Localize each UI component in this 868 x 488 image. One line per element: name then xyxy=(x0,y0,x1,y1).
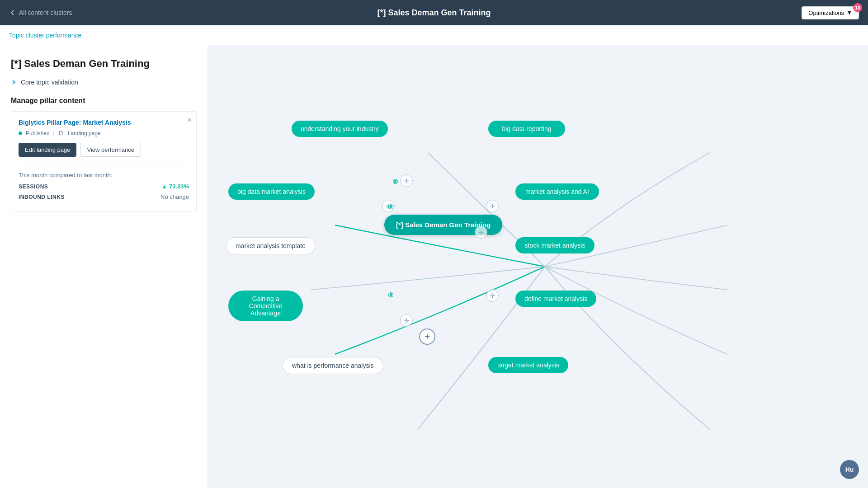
up-arrow-icon: ▲ xyxy=(161,183,167,190)
inbound-links-key: INBOUND LINKS xyxy=(19,194,65,200)
node-market-analysis-template[interactable]: market analysis template xyxy=(226,237,315,254)
add-node-button[interactable]: + xyxy=(419,328,435,345)
top-bar: All content clusters [*] Sales Deman Gen… xyxy=(0,0,868,25)
top-right-actions: Optimizations ▼ 10 xyxy=(802,6,859,19)
node-label-stock-market: stock market analysis xyxy=(525,242,585,249)
published-dot xyxy=(19,131,22,135)
core-topic-label: Core topic validation xyxy=(21,79,78,86)
link-indicator-1: ⑧ xyxy=(392,178,398,185)
move-handle-center[interactable]: ✛ xyxy=(475,226,487,239)
node-stock-market-analysis[interactable]: stock market analysis xyxy=(515,237,594,253)
move-handle-4[interactable]: ✛ xyxy=(486,289,499,302)
node-label-target-market: target market analysis xyxy=(497,361,559,369)
optimizations-badge: 10 xyxy=(853,3,862,12)
sessions-stat-row: SESSIONS ▲ 73.33% xyxy=(19,183,189,190)
inbound-links-stat-row: INBOUND LINKS No change xyxy=(19,193,189,200)
sub-nav: Topic cluster performance xyxy=(0,25,868,45)
node-understanding-your-industry[interactable]: understanding your industry xyxy=(292,121,388,137)
core-topic-validation[interactable]: Core topic validation xyxy=(11,79,197,86)
left-panel: [*] Sales Deman Gen Training Core topic … xyxy=(0,45,208,488)
node-label-big-data-reporting: big data reporting xyxy=(502,125,552,132)
move-handle-1[interactable]: ✛ xyxy=(400,174,413,187)
help-button[interactable]: Hu xyxy=(840,460,859,479)
pillar-meta: Published | 🗋 Landing page xyxy=(19,130,189,136)
node-label-market-ai: market analysis and AI xyxy=(525,188,589,195)
page-type-icon: 🗋 xyxy=(58,130,64,136)
node-label-market-template: market analysis template xyxy=(236,242,306,249)
comparison-label: This month compared to last month: xyxy=(19,172,189,178)
page-title: [*] Sales Deman Gen Training xyxy=(377,8,491,18)
move-handle-2[interactable]: ✛ xyxy=(486,200,499,212)
pillar-actions: Edit landing page View performance xyxy=(19,143,189,157)
optimizations-label: Optimizations xyxy=(808,9,844,16)
mind-map-panel: [*] Sales Deman Gen Training understandi… xyxy=(208,45,868,488)
move-handle-5[interactable]: ✛ xyxy=(400,314,413,327)
back-label: All content clusters xyxy=(19,9,72,16)
edit-landing-page-button[interactable]: Edit landing page xyxy=(19,143,76,157)
sessions-number: 73.33% xyxy=(169,183,189,190)
close-pillar-button[interactable]: × xyxy=(188,116,192,124)
manage-pillar-heading: Manage pillar content xyxy=(11,97,197,105)
node-big-data-reporting[interactable]: big data reporting xyxy=(488,121,565,137)
sessions-key: SESSIONS xyxy=(19,183,48,190)
divider xyxy=(19,165,189,165)
inbound-links-value: No change xyxy=(160,193,189,200)
node-gaining-competitive-advantage[interactable]: Gaining a Competitive Advantage xyxy=(228,291,303,321)
pillar-title-link[interactable]: Biglytics Pillar Page: Market Analysis xyxy=(19,119,189,126)
main-layout: [*] Sales Deman Gen Training Core topic … xyxy=(0,45,868,488)
back-link[interactable]: All content clusters xyxy=(9,9,72,16)
chevron-right-icon xyxy=(11,79,17,85)
mind-map-lines xyxy=(208,45,868,488)
node-market-analysis-ai[interactable]: market analysis and AI xyxy=(515,183,599,200)
pillar-page-type: Landing page xyxy=(68,130,101,136)
node-label-understanding: understanding your industry xyxy=(301,125,379,132)
sessions-value: ▲ 73.33% xyxy=(161,183,189,190)
view-performance-button[interactable]: View performance xyxy=(80,143,141,157)
optimizations-button[interactable]: Optimizations ▼ 10 xyxy=(802,6,859,19)
node-what-is-performance-analysis[interactable]: what is performance analysis xyxy=(283,357,383,374)
node-target-market-analysis[interactable]: target market analysis xyxy=(488,357,568,373)
node-label-big-data-market: big data market analysis xyxy=(237,188,306,195)
link-indicator-3: ⑧ xyxy=(388,291,394,299)
topic-cluster-performance-link[interactable]: Topic cluster performance xyxy=(9,32,81,39)
node-label-competitive: Gaining a Competitive Advantage xyxy=(237,295,294,317)
node-label-performance: what is performance analysis xyxy=(292,362,374,369)
pillar-card: × Biglytics Pillar Page: Market Analysis… xyxy=(11,111,197,211)
dropdown-chevron: ▼ xyxy=(847,9,852,16)
node-define-market-analysis[interactable]: define market analysis xyxy=(515,291,596,307)
meta-separator: | xyxy=(53,130,55,136)
node-big-data-market-analysis[interactable]: big data market analysis xyxy=(228,183,315,200)
link-indicator-2: ⑧ xyxy=(388,203,394,211)
pillar-status: Published xyxy=(26,130,50,136)
node-label-define-market: define market analysis xyxy=(524,295,587,302)
cluster-title: [*] Sales Deman Gen Training xyxy=(11,58,197,70)
